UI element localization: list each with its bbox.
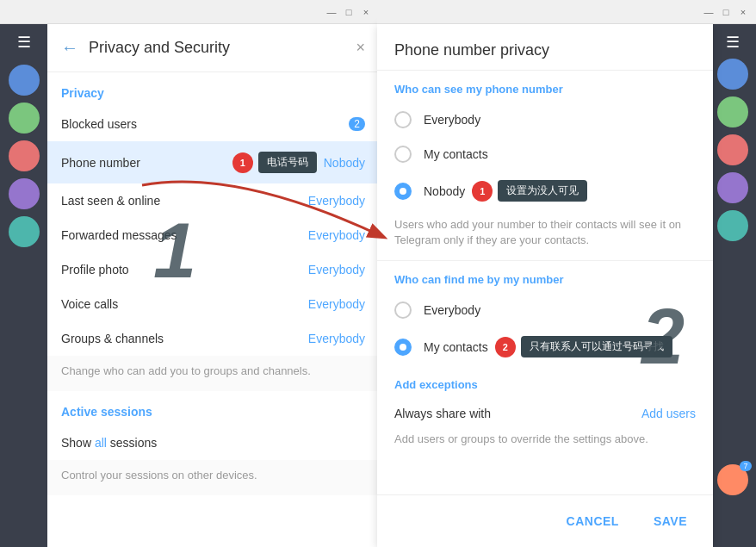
step-1-nobody-circle: 1 <box>472 181 493 202</box>
mycontacts-option-2[interactable]: My contacts 2 只有联系人可以通过号码寻找 <box>377 327 713 366</box>
exceptions-title: Add exceptions <box>394 378 696 391</box>
privacy-dialog-header: ← Privacy and Security × <box>47 24 379 72</box>
everybody-label-1: Everybody <box>424 113 480 127</box>
groups-channels-value: Everybody <box>308 332 365 345</box>
right-sidebar: ☰ 7 <box>709 24 756 547</box>
privacy-content: Privacy Blocked users 2 Phone number 1 电… <box>47 72 379 547</box>
left-panel: — □ × ☰ ← Privacy and Security × Privacy… <box>0 0 379 547</box>
always-share-row: Always share with Add users <box>394 401 696 426</box>
close-btn-left[interactable]: × <box>360 6 372 18</box>
phone-dialog-header: Phone number privacy <box>377 24 713 71</box>
sidebar-avatar-5[interactable] <box>9 216 40 247</box>
blocked-users-badge: 2 <box>349 117 365 131</box>
step-2-circle: 2 <box>495 337 516 357</box>
exceptions-section: Add exceptions Always share with Add use… <box>377 366 713 452</box>
voice-calls-value: Everybody <box>308 297 365 311</box>
chat-sidebar-left: ☰ <box>0 24 47 547</box>
groups-channels-label: Groups & channels <box>61 332 308 345</box>
section1-info: Users who add your number to their conta… <box>377 210 713 261</box>
last-seen-value: Everybody <box>308 194 365 208</box>
forwarded-messages-value: Everybody <box>308 228 365 242</box>
blocked-users-label: Blocked users <box>61 117 349 131</box>
show-all-sessions-item[interactable]: Show all sessions <box>47 426 379 460</box>
sidebar-avatar-4[interactable] <box>9 178 40 209</box>
close-btn-right[interactable]: × <box>737 6 749 18</box>
sidebar-avatar-3[interactable] <box>9 140 40 171</box>
section1-header: Who can see my phone number <box>377 71 713 103</box>
sidebar-avatar-1[interactable] <box>9 65 40 96</box>
mycontacts-label-2: My contacts <box>424 340 488 354</box>
hamburger-icon[interactable]: ☰ <box>17 33 31 52</box>
right-avatar-6[interactable]: 7 <box>717 464 748 495</box>
last-seen-label: Last seen & online <box>61 194 308 208</box>
contacts-tooltip: 只有联系人可以通过号码寻找 <box>521 336 672 357</box>
groups-channels-desc: Change who can add you to groups and cha… <box>47 356 379 391</box>
maximize-btn-right[interactable]: □ <box>720 6 732 18</box>
phone-number-value: Nobody <box>324 156 365 170</box>
left-window-bar: — □ × <box>0 0 379 24</box>
mycontacts-option-1[interactable]: My contacts <box>377 137 713 171</box>
everybody-radio-1 <box>394 111 412 128</box>
phone-dialog-footer: CANCEL SAVE <box>377 494 713 547</box>
right-hamburger-icon[interactable]: ☰ <box>726 33 740 52</box>
phone-dialog-title: Phone number privacy <box>394 41 696 59</box>
nobody-option[interactable]: Nobody 1 设置为没人可见 <box>377 171 713 210</box>
nobody-radio <box>394 183 412 200</box>
cancel-button[interactable]: CANCEL <box>558 509 628 533</box>
sessions-desc: Control your sessions on other devices. <box>47 460 379 495</box>
forwarded-messages-label: Forwarded messages <box>61 228 308 242</box>
save-button[interactable]: SAVE <box>645 509 696 533</box>
always-share-label: Always share with <box>394 407 491 420</box>
phone-dialog-content: Who can see my phone number Everybody My… <box>377 71 713 494</box>
profile-photo-label: Profile photo <box>61 263 308 277</box>
privacy-dialog-title: Privacy and Security <box>89 39 356 57</box>
right-avatar-2[interactable] <box>717 96 748 127</box>
add-users-button[interactable]: Add users <box>641 407 696 420</box>
nobody-tooltip: 设置为没人可见 <box>498 180 587 202</box>
phone-tooltip: 电话号码 <box>258 152 317 173</box>
mycontacts-radio-1 <box>394 146 412 163</box>
step-1-circle: 1 <box>232 152 253 173</box>
exceptions-description: Add users or groups to override the sett… <box>394 426 696 445</box>
sidebar-avatar-2[interactable] <box>9 103 40 134</box>
right-window-bar: — □ × <box>377 0 756 24</box>
section2-header: Who can find me by my number <box>377 261 713 293</box>
privacy-dialog: ← Privacy and Security × Privacy Blocked… <box>47 24 379 547</box>
show-all-sessions-label: Show all sessions <box>61 436 365 450</box>
privacy-close-button[interactable]: × <box>356 39 365 57</box>
mycontacts-label-1: My contacts <box>424 147 488 161</box>
everybody-option-1[interactable]: Everybody <box>377 103 713 137</box>
everybody-option-2[interactable]: Everybody <box>377 293 713 327</box>
last-seen-item[interactable]: Last seen & online Everybody <box>47 183 379 218</box>
maximize-btn-left[interactable]: □ <box>343 6 355 18</box>
forwarded-messages-item[interactable]: Forwarded messages Everybody <box>47 218 379 252</box>
profile-photo-item[interactable]: Profile photo Everybody <box>47 252 379 287</box>
everybody-label-2: Everybody <box>424 303 480 317</box>
right-avatar-5[interactable] <box>717 210 748 241</box>
phone-privacy-dialog: Phone number privacy Who can see my phon… <box>377 24 713 547</box>
blocked-users-item[interactable]: Blocked users 2 <box>47 107 379 141</box>
mycontacts-radio-2 <box>394 339 412 356</box>
minimize-btn-right[interactable]: — <box>703 6 715 18</box>
privacy-section-header: Privacy <box>47 72 379 107</box>
voice-calls-label: Voice calls <box>61 297 308 311</box>
minimize-btn-left[interactable]: — <box>325 6 338 18</box>
phone-number-item[interactable]: Phone number 1 电话号码 Nobody <box>47 141 379 183</box>
voice-calls-item[interactable]: Voice calls Everybody <box>47 287 379 321</box>
nobody-label: Nobody <box>424 184 465 198</box>
active-sessions-header: Active sessions <box>47 391 379 426</box>
groups-channels-item[interactable]: Groups & channels Everybody <box>47 321 379 356</box>
phone-number-label: Phone number <box>61 156 232 170</box>
right-avatar-1[interactable] <box>717 59 748 90</box>
right-avatar-3[interactable] <box>717 134 748 165</box>
profile-photo-value: Everybody <box>308 263 365 277</box>
everybody-radio-2 <box>394 301 412 319</box>
back-button[interactable]: ← <box>61 38 78 58</box>
right-avatar-4[interactable] <box>717 172 748 203</box>
